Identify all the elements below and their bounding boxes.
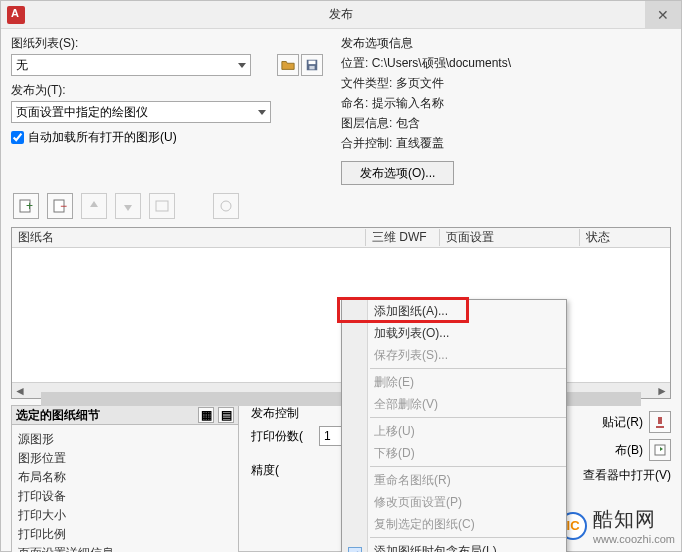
publish-window: 发布 ✕ 图纸列表(S): 无 发布为(T): 页面设置中指定的绘图仪 xyxy=(0,0,682,552)
pub-info-layer: 图层信息: 包含 xyxy=(341,115,671,132)
check-icon: ✔ xyxy=(348,547,362,552)
detail-row: 图形位置 xyxy=(18,450,232,467)
autoload-checkbox[interactable] xyxy=(11,131,24,144)
detail-row: 布局名称 xyxy=(18,469,232,486)
remove-sheet-button[interactable]: − xyxy=(47,193,73,219)
detail-row: 源图形 xyxy=(18,431,232,448)
details-panel: 选定的图纸细节 ▦ ▤ 源图形 图形位置 布局名称 打印设备 打印大小 打印比例… xyxy=(11,405,239,552)
pub-info-merge: 合并控制: 直线覆盖 xyxy=(341,135,671,152)
detail-row: 打印大小 xyxy=(18,507,232,524)
list-header: 图纸名 三维 DWF 页面设置 状态 xyxy=(12,228,670,248)
menu-delete[interactable]: 删除(E) xyxy=(342,371,566,393)
menu-copy-sel[interactable]: 复制选定的图纸(C) xyxy=(342,513,566,535)
menu-add-sheet[interactable]: 添加图纸(A)... xyxy=(342,300,566,322)
pub-info-location: 位置: C:\Users\硕强\documents\ xyxy=(341,55,671,72)
right-column: 发布选项信息 位置: C:\Users\硕强\documents\ 文件类型: … xyxy=(323,35,671,185)
sheet-toolbar: + − xyxy=(11,193,671,219)
open-viewer-label: 查看器中打开(V) xyxy=(583,467,671,484)
svg-rect-2 xyxy=(309,66,314,70)
publish-icon[interactable] xyxy=(649,439,671,461)
pub-info-naming: 命名: 提示输入名称 xyxy=(341,95,671,112)
watermark-domain: www.coozhi.com xyxy=(593,533,675,545)
save-list-button[interactable] xyxy=(301,54,323,76)
details-header: 选定的图纸细节 ▦ ▤ xyxy=(11,405,239,425)
pub-info-filetype: 文件类型: 多页文件 xyxy=(341,75,671,92)
autoload-label: 自动加载所有打开的图形(U) xyxy=(28,129,177,146)
stamp-icon[interactable] xyxy=(649,411,671,433)
add-sheet-button[interactable]: + xyxy=(13,193,39,219)
watermark-brand: 酷知网 xyxy=(593,506,675,533)
watermark: IC 酷知网 www.coozhi.com xyxy=(559,506,675,545)
details-icon1[interactable]: ▦ xyxy=(198,407,214,423)
col-3ddwf[interactable]: 三维 DWF xyxy=(366,229,440,246)
scroll-right-arrow[interactable]: ► xyxy=(654,383,670,399)
publish-label: 布(B) xyxy=(615,442,643,459)
preview-button[interactable] xyxy=(149,193,175,219)
titlebar: 发布 ✕ xyxy=(1,1,681,29)
details-icon2[interactable]: ▤ xyxy=(218,407,234,423)
close-button[interactable]: ✕ xyxy=(645,1,681,29)
menu-move-down[interactable]: 下移(D) xyxy=(342,442,566,464)
menu-save-list[interactable]: 保存列表(S)... xyxy=(342,344,566,366)
col-status[interactable]: 状态 xyxy=(580,229,670,246)
stamp-label: 贴记(R) xyxy=(602,414,643,431)
open-list-button[interactable] xyxy=(277,54,299,76)
copies-label: 打印份数( xyxy=(251,428,319,445)
publish-as-label: 发布为(T): xyxy=(11,82,323,99)
col-pagesetup[interactable]: 页面设置 xyxy=(440,229,580,246)
plot-stamp-button[interactable] xyxy=(213,193,239,219)
sheet-list-dropdown[interactable]: 无 xyxy=(11,54,251,76)
window-content: 图纸列表(S): 无 发布为(T): 页面设置中指定的绘图仪 xyxy=(1,29,681,551)
detail-row: 打印比例 xyxy=(18,526,232,543)
menu-rename[interactable]: 重命名图纸(R) xyxy=(342,469,566,491)
menu-include-layout[interactable]: ✔添加图纸时包含布局(L) xyxy=(342,540,566,552)
svg-rect-7 xyxy=(156,201,168,211)
menu-load-list[interactable]: 加载列表(O)... xyxy=(342,322,566,344)
details-title: 选定的图纸细节 xyxy=(16,407,100,424)
chevron-down-icon xyxy=(238,63,246,68)
pub-info-heading: 发布选项信息 xyxy=(341,35,671,52)
context-menu: 添加图纸(A)... 加载列表(O)... 保存列表(S)... 删除(E) 全… xyxy=(341,299,567,552)
menu-separator xyxy=(370,537,566,538)
move-down-button[interactable] xyxy=(115,193,141,219)
precision-label: 精度( xyxy=(251,462,319,479)
svg-text:+: + xyxy=(26,199,33,213)
chevron-down-icon xyxy=(258,110,266,115)
menu-separator xyxy=(370,417,566,418)
publish-options-button[interactable]: 发布选项(O)... xyxy=(341,161,454,185)
details-body: 源图形 图形位置 布局名称 打印设备 打印大小 打印比例 页面设置详细信息 xyxy=(11,425,239,552)
window-title: 发布 xyxy=(329,6,353,23)
app-logo xyxy=(7,6,25,24)
publish-as-dropdown[interactable]: 页面设置中指定的绘图仪 xyxy=(11,101,271,123)
publish-as-value: 页面设置中指定的绘图仪 xyxy=(16,104,148,121)
sheet-list-value: 无 xyxy=(16,57,28,74)
detail-row: 打印设备 xyxy=(18,488,232,505)
menu-separator xyxy=(370,466,566,467)
autoload-checkbox-row[interactable]: 自动加载所有打开的图形(U) xyxy=(11,129,323,146)
menu-delete-all[interactable]: 全部删除(V) xyxy=(342,393,566,415)
move-up-button[interactable] xyxy=(81,193,107,219)
svg-text:−: − xyxy=(60,199,67,213)
left-column: 图纸列表(S): 无 发布为(T): 页面设置中指定的绘图仪 xyxy=(11,35,323,185)
menu-move-up[interactable]: 上移(U) xyxy=(342,420,566,442)
menu-edit-page[interactable]: 修改页面设置(P) xyxy=(342,491,566,513)
detail-row: 页面设置详细信息 xyxy=(18,545,232,552)
svg-rect-1 xyxy=(309,61,316,65)
scroll-left-arrow[interactable]: ◄ xyxy=(12,383,28,399)
sheet-list-label: 图纸列表(S): xyxy=(11,35,323,52)
menu-separator xyxy=(370,368,566,369)
svg-point-8 xyxy=(221,201,231,211)
col-sheetname[interactable]: 图纸名 xyxy=(12,229,366,246)
